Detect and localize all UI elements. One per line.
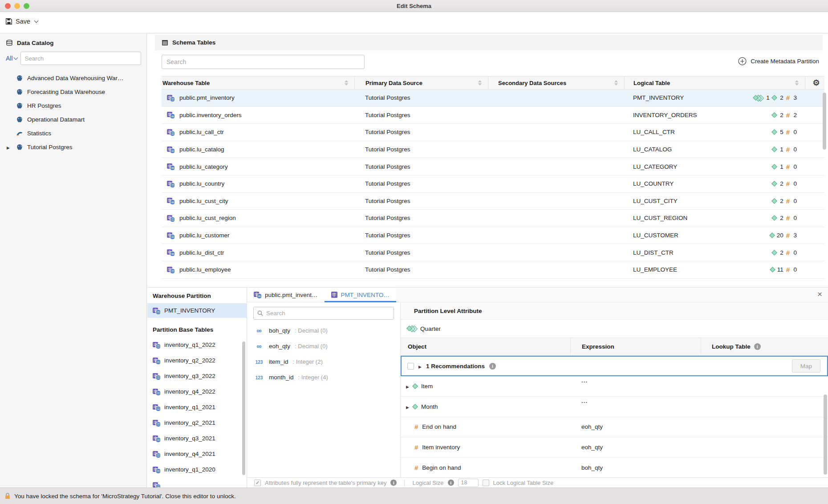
expand-caret-icon[interactable] — [406, 403, 409, 410]
table-row[interactable]: public.pmt_inventory Tutorial Postgres P… — [162, 89, 824, 107]
expand-caret-icon[interactable] — [406, 383, 409, 390]
info-icon[interactable] — [754, 343, 761, 350]
expression-value: eoh_qty — [570, 423, 701, 430]
partition-base-tables-list: inventory_q1_2022 inventory_q2_2022 inve… — [147, 337, 247, 488]
list-item[interactable]: month_id: Integer (4) — [247, 370, 400, 385]
table-row[interactable]: public.lu_catalog Tutorial Postgres LU_C… — [162, 141, 824, 159]
tab-logical-table[interactable]: PMT_INVENTO… — [325, 288, 396, 302]
sidebar-item-operational-datamart[interactable]: Operational Datamart — [0, 113, 146, 126]
info-icon[interactable] — [448, 480, 454, 486]
list-item[interactable]: inventory_q4_2022 — [147, 384, 247, 399]
schema-tables-search-input[interactable] — [162, 55, 365, 69]
columns-search-input[interactable] — [266, 310, 390, 317]
list-item[interactable]: inventory_q2_2021 — [147, 415, 247, 431]
chevron-down-icon[interactable] — [34, 18, 39, 23]
editor-tab-strip: public.pmt_invent… PMT_INVENTO… — [247, 288, 828, 302]
table-row[interactable]: public.lu_cust_city Tutorial Postgres LU… — [162, 193, 824, 210]
tab-label: public.pmt_invent… — [265, 292, 318, 298]
column-name: item_id — [269, 358, 288, 365]
partition-attribute-row[interactable]: Quarter — [401, 320, 828, 338]
list-item[interactable]: inventory_q4_2021 — [147, 446, 247, 462]
expand-caret-icon[interactable] — [4, 144, 12, 150]
list-item[interactable]: item_id: Integer (2) — [247, 354, 400, 370]
table-row[interactable]: public.lu_call_ctr Tutorial Postgres LU_… — [162, 124, 824, 141]
table-row[interactable]: public.inventory_orders Tutorial Postgre… — [162, 107, 824, 124]
list-scrollbar[interactable] — [242, 341, 245, 475]
map-button[interactable]: Map — [792, 359, 820, 373]
sidebar-item-forecasting-dw[interactable]: Forecasting Data Warehouse — [0, 85, 146, 99]
info-icon[interactable] — [489, 363, 496, 370]
list-item[interactable]: eoh_qty: Decimal (0) — [247, 338, 400, 354]
gear-icon[interactable] — [812, 78, 820, 88]
base-table-name: inventory_q1_2020 — [164, 466, 215, 473]
expand-caret-icon[interactable] — [418, 363, 422, 370]
primary-key-checkbox[interactable] — [254, 480, 261, 486]
tab-warehouse-table[interactable]: public.pmt_invent… — [247, 288, 325, 302]
toolbar: Save — [0, 12, 828, 33]
attribute-icon — [771, 146, 777, 152]
list-item-partial[interactable] — [147, 477, 247, 488]
mapping-row[interactable]: Item inventory eoh_qty — [401, 437, 828, 458]
warehouse-table-name: public.lu_employee — [179, 266, 231, 273]
divider — [404, 480, 405, 486]
list-item[interactable]: inventory_q1_2021 — [147, 399, 247, 415]
catalog-search-input[interactable] — [20, 52, 141, 65]
logical-table-name: LU_CUST_REGION — [633, 215, 687, 221]
attribute-count: 1 — [779, 146, 783, 153]
list-item[interactable]: inventory_q3_2022 — [147, 368, 247, 384]
sidebar-item-hr-postgres[interactable]: HR Postgres — [0, 99, 146, 113]
col-primary-data-source[interactable]: Primary Data Source — [365, 80, 422, 86]
list-item[interactable]: inventory_q2_2022 — [147, 353, 247, 368]
table-row[interactable]: public.lu_customer Tutorial Postgres LU_… — [162, 227, 824, 244]
data-source-tree: Advanced Data Warehousing War… Forecasti… — [0, 71, 146, 154]
table-row[interactable]: public.lu_employee Tutorial Postgres LU_… — [162, 261, 824, 279]
create-metadata-partition-button[interactable]: Create Metadata Partition — [738, 57, 819, 65]
close-icon[interactable] — [817, 290, 822, 298]
table-row[interactable]: public.lu_dist_ctr Tutorial Postgres LU_… — [162, 244, 824, 261]
info-icon[interactable] — [390, 480, 397, 486]
recommendations-checkbox[interactable] — [407, 363, 414, 370]
sidebar-item-statistics[interactable]: Statistics — [0, 126, 146, 140]
logical-size-input[interactable] — [458, 479, 479, 487]
mapping-row[interactable]: Month ... — [401, 397, 828, 417]
col-warehouse-table[interactable]: Warehouse Table — [162, 80, 210, 86]
table-scrollbar[interactable] — [823, 93, 826, 277]
mysql-icon — [16, 130, 23, 137]
list-item[interactable]: boh_qty: Decimal (0) — [247, 323, 400, 338]
base-table-name: inventory_q2_2022 — [164, 357, 215, 364]
recommendations-row[interactable]: 1 Recommendations Map — [401, 356, 828, 376]
fact-count: 0 — [792, 215, 797, 221]
col-logical-table[interactable]: Logical Table — [633, 80, 670, 86]
table-row[interactable]: public.lu_country Tutorial Postgres LU_C… — [162, 175, 824, 193]
list-item[interactable]: inventory_q3_2021 — [147, 431, 247, 446]
logical-table-name: LU_CALL_CTR — [633, 129, 675, 135]
sort-icon[interactable] — [795, 80, 799, 85]
lock-logical-size-checkbox[interactable] — [483, 480, 489, 486]
filter-dropdown[interactable]: All — [6, 55, 17, 62]
table-row[interactable]: public.lu_cust_region Tutorial Postgres … — [162, 210, 824, 227]
sidebar-item-advanced-dw[interactable]: Advanced Data Warehousing War… — [0, 71, 146, 85]
mapping-row[interactable]: End on hand eoh_qty — [401, 417, 828, 438]
mapping-scrollbar[interactable] — [824, 394, 827, 475]
logical-table-name: LU_COUNTRY — [633, 180, 674, 187]
save-button[interactable]: Save — [5, 18, 38, 25]
sidebar-item-tutorial-postgres[interactable]: Tutorial Postgres — [0, 140, 146, 154]
columns-search[interactable] — [253, 307, 394, 320]
list-item[interactable]: inventory_q1_2022 — [147, 337, 247, 353]
warehouse-partition-item[interactable]: PMT_INVENTORY — [147, 303, 247, 318]
mapping-row[interactable]: Item ... — [401, 376, 828, 397]
warehouse-table-name: public.lu_cust_city — [179, 198, 228, 204]
sort-icon[interactable] — [614, 80, 618, 85]
fact-icon — [786, 111, 790, 119]
fact-count: 0 — [792, 129, 797, 135]
sort-icon[interactable] — [478, 80, 482, 85]
sort-icon[interactable] — [345, 80, 348, 85]
mapping-row[interactable]: Begin on hand boh_qty — [401, 458, 828, 477]
list-item[interactable]: inventory_q1_2020 — [147, 462, 247, 477]
primary-data-source: Tutorial Postgres — [365, 94, 410, 101]
object-mapping-panel: Partition Level Attribute Quarter Object… — [401, 302, 828, 477]
table-row[interactable]: public.lu_category Tutorial Postgres LU_… — [162, 158, 824, 175]
sidebar-item-label: Statistics — [27, 130, 51, 137]
col-secondary-data-sources[interactable]: Secondary Data Sources — [498, 80, 566, 86]
warehouse-table-icon — [167, 197, 175, 204]
